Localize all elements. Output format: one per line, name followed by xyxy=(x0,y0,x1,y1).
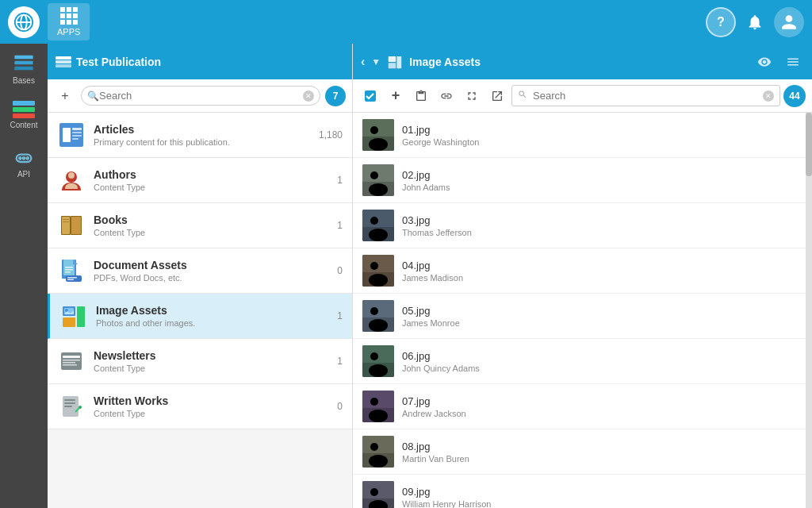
image-person: James Madison xyxy=(402,273,796,283)
sidebar-item-api[interactable]: API xyxy=(0,137,48,187)
image-filename: 08.jpg xyxy=(402,441,796,452)
authors-count: 1 xyxy=(337,175,343,186)
image-list-item[interactable]: 02.jpg John Adams xyxy=(353,158,806,203)
right-search-clear[interactable]: ✕ xyxy=(763,90,774,102)
written-works-icon xyxy=(57,392,86,421)
image-person: John Adams xyxy=(402,183,796,192)
main-layout: Bases Content API xyxy=(0,44,812,508)
svg-rect-57 xyxy=(389,63,396,68)
content-panel-header: Test Publication xyxy=(48,44,352,79)
authors-title: Authors xyxy=(94,168,329,181)
content-toolbar: + 🔍 ✕ 7 xyxy=(48,79,352,113)
content-search-input[interactable] xyxy=(81,86,320,106)
link-button[interactable] xyxy=(435,85,458,107)
logo[interactable] xyxy=(8,6,40,38)
authors-subtitle: Content Type xyxy=(94,183,329,192)
external-link-button[interactable] xyxy=(486,85,508,107)
help-button[interactable]: ? xyxy=(706,7,736,37)
content-count-badge: 7 xyxy=(325,86,346,106)
content-item-authors[interactable]: Authors Content Type 1 xyxy=(48,158,352,203)
svg-rect-87 xyxy=(362,408,394,422)
svg-rect-95 xyxy=(362,498,394,508)
view-button[interactable] xyxy=(753,51,776,73)
image-list-item[interactable]: 05.jpg James Monroe xyxy=(353,294,806,339)
content-item-newsletters[interactable]: Newsletters Content Type 1 xyxy=(48,339,352,384)
right-panel: ‹ ▼ Image Assets xyxy=(353,44,812,508)
sidebar-item-bases[interactable]: Bases xyxy=(0,44,48,93)
add-image-button[interactable]: + xyxy=(385,85,407,107)
svg-point-73 xyxy=(370,262,378,270)
image-list-item[interactable]: 06.jpg John Quincy Adams xyxy=(353,339,806,384)
content-search-clear[interactable]: ✕ xyxy=(303,90,314,102)
svg-rect-91 xyxy=(362,453,394,468)
expand-button[interactable] xyxy=(461,85,483,107)
content-item-books[interactable]: Books Content Type 1 xyxy=(48,203,352,248)
back-button[interactable]: ‹ xyxy=(361,55,365,69)
image-list-item[interactable]: 07.jpg Andrew Jackson xyxy=(353,384,806,429)
right-search-input[interactable] xyxy=(511,85,780,106)
svg-rect-79 xyxy=(362,318,394,332)
svg-rect-21 xyxy=(72,138,79,140)
document-assets-icon xyxy=(57,256,86,285)
newsletters-subtitle: Content Type xyxy=(94,364,329,373)
svg-rect-13 xyxy=(56,56,71,60)
svg-rect-38 xyxy=(67,279,74,281)
right-panel-header: ‹ ▼ Image Assets xyxy=(353,44,812,79)
content-panel: Test Publication + 🔍 ✕ 7 xyxy=(48,44,353,508)
right-search-icon xyxy=(518,90,527,102)
notifications-button[interactable] xyxy=(740,7,770,37)
books-subtitle: Content Type xyxy=(94,228,329,237)
apps-label: APPS xyxy=(57,27,80,37)
written-works-subtitle: Content Type xyxy=(94,409,329,418)
apps-button[interactable]: APPS xyxy=(48,3,90,40)
dropdown-button[interactable]: ▼ xyxy=(371,56,381,67)
articles-count: 1,180 xyxy=(319,129,343,140)
menu-button[interactable] xyxy=(782,51,804,73)
content-item-written-works[interactable]: Written Works Content Type 0 xyxy=(48,384,352,429)
user-button[interactable] xyxy=(774,7,804,37)
books-title: Books xyxy=(94,214,329,226)
scrollbar-thumb[interactable] xyxy=(806,113,812,176)
svg-rect-20 xyxy=(72,135,82,137)
svg-rect-5 xyxy=(14,61,33,65)
content-item-articles[interactable]: Articles Primary content for this public… xyxy=(48,113,352,158)
image-list-item[interactable]: 01.jpg George Washington xyxy=(353,113,806,158)
svg-point-12 xyxy=(25,156,29,160)
clipboard-button[interactable] xyxy=(410,85,432,107)
image-list-item[interactable]: 08.jpg Martin Van Buren xyxy=(353,429,806,475)
svg-rect-71 xyxy=(362,227,394,241)
image-assets-subtitle: Photos and other images. xyxy=(96,318,329,328)
scrollbar[interactable] xyxy=(806,113,812,508)
image-thumbnail xyxy=(362,391,394,422)
books-count: 1 xyxy=(337,220,343,231)
sidebar-item-content[interactable]: Content xyxy=(0,93,48,137)
image-assets-icon xyxy=(59,302,88,330)
svg-rect-14 xyxy=(56,60,71,64)
svg-rect-17 xyxy=(63,128,71,142)
image-list-item[interactable]: 04.jpg James Madison xyxy=(353,248,806,294)
image-thumbnail xyxy=(362,345,394,377)
svg-rect-40 xyxy=(63,318,75,327)
svg-rect-9 xyxy=(13,114,35,118)
top-bar-icons: ? xyxy=(706,7,804,37)
content-search-icon: 🔍 xyxy=(87,90,99,102)
svg-rect-7 xyxy=(13,101,35,106)
select-all-button[interactable] xyxy=(359,85,381,107)
image-filename: 03.jpg xyxy=(402,214,796,226)
image-assets-title: Image Assets xyxy=(96,304,329,317)
svg-point-55 xyxy=(79,406,82,409)
content-list: Articles Primary content for this public… xyxy=(48,113,352,508)
svg-rect-33 xyxy=(65,267,73,268)
image-thumbnail xyxy=(362,300,394,332)
svg-rect-47 xyxy=(63,360,80,361)
image-person: James Monroe xyxy=(402,318,796,328)
content-item-document-assets[interactable]: Document Assets PDFs, Word Docs, etc. 0 xyxy=(48,248,352,294)
svg-rect-48 xyxy=(63,362,75,364)
image-list-item[interactable]: 03.jpg Thomas Jefferson xyxy=(353,203,806,248)
content-item-image-assets[interactable]: Image Assets Photos and other images. 1 xyxy=(48,294,352,339)
svg-rect-27 xyxy=(71,217,81,234)
sidebar: Bases Content API xyxy=(0,44,48,508)
add-content-button[interactable]: + xyxy=(54,85,76,107)
svg-rect-37 xyxy=(67,277,77,279)
image-list-item[interactable]: 09.jpg William Henry Harrison xyxy=(353,475,806,508)
